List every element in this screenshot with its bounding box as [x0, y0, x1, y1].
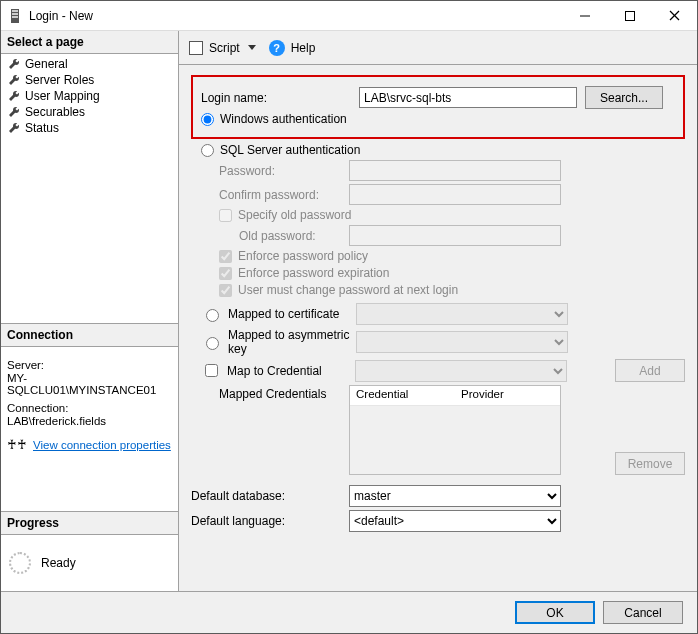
svg-rect-3: [12, 16, 18, 18]
progress-spinner-icon: [9, 552, 31, 574]
default-database-select[interactable]: master: [349, 485, 561, 507]
script-icon: [189, 41, 203, 55]
mapped-asym-label: Mapped to asymmetric key: [228, 328, 356, 356]
help-button[interactable]: Help: [291, 41, 316, 55]
password-input: [349, 160, 561, 181]
form-area: Login name: Search... Windows authentica…: [179, 65, 697, 591]
mapped-asym-select: [356, 331, 568, 353]
confirm-password-input: [349, 184, 561, 205]
wrench-icon: [7, 105, 21, 119]
windows-auth-radio[interactable]: [201, 113, 214, 126]
windows-auth-label: Windows authentication: [220, 112, 347, 126]
login-name-label: Login name:: [201, 91, 359, 105]
enforce-expiration-label: Enforce password expiration: [238, 266, 389, 280]
server-value: MY-SQLCLU01\MYINSTANCE01: [7, 372, 172, 396]
must-change-checkbox: [219, 284, 232, 297]
ok-button[interactable]: OK: [515, 601, 595, 624]
progress-status: Ready: [41, 556, 76, 570]
remove-button: Remove: [615, 452, 685, 475]
connection-label: Connection:: [7, 402, 172, 414]
confirm-password-label: Confirm password:: [191, 188, 349, 202]
page-securables[interactable]: Securables: [1, 104, 178, 120]
specify-old-password-label: Specify old password: [238, 208, 351, 222]
enforce-policy-checkbox: [219, 250, 232, 263]
wrench-icon: [7, 57, 21, 71]
maximize-button[interactable]: [607, 1, 652, 30]
page-status[interactable]: Status: [1, 120, 178, 136]
right-panel: Script ? Help Login name: Search...: [179, 31, 697, 591]
default-language-label: Default language:: [191, 514, 349, 528]
close-button[interactable]: [652, 1, 697, 30]
add-button: Add: [615, 359, 685, 382]
wrench-icon: [7, 73, 21, 87]
server-label: Server:: [7, 359, 172, 371]
map-credential-select: [355, 360, 567, 382]
mapped-cert-select: [356, 303, 568, 325]
mapped-cert-radio[interactable]: [206, 309, 219, 322]
must-change-label: User must change password at next login: [238, 283, 458, 297]
page-label: Securables: [25, 105, 85, 119]
svg-rect-5: [625, 11, 634, 20]
login-name-input[interactable]: [359, 87, 577, 108]
wrench-icon: [7, 89, 21, 103]
page-server-roles[interactable]: Server Roles: [1, 72, 178, 88]
highlight-box: Login name: Search... Windows authentica…: [191, 75, 685, 139]
app-icon: [9, 8, 23, 24]
login-new-dialog: Login - New Select a page General Server…: [0, 0, 698, 634]
sql-auth-label: SQL Server authentication: [220, 143, 360, 157]
default-language-select[interactable]: <default>: [349, 510, 561, 532]
search-button[interactable]: Search...: [585, 86, 663, 109]
pages-header: Select a page: [1, 31, 178, 54]
grid-col-provider: Provider: [455, 386, 560, 405]
page-list: General Server Roles User Mapping Secura…: [1, 54, 178, 324]
mapped-cert-label: Mapped to certificate: [228, 307, 356, 321]
wrench-icon: [7, 121, 21, 135]
mapped-asym-radio[interactable]: [206, 337, 219, 350]
left-panel: Select a page General Server Roles User …: [1, 31, 179, 591]
old-password-input: [349, 225, 561, 246]
dialog-footer: OK Cancel: [1, 591, 697, 633]
connection-header: Connection: [1, 324, 178, 347]
page-general[interactable]: General: [1, 56, 178, 72]
old-password-label: Old password:: [191, 229, 349, 243]
view-connection-properties-link[interactable]: View connection properties: [33, 439, 171, 451]
sql-auth-radio[interactable]: [201, 144, 214, 157]
default-database-label: Default database:: [191, 489, 349, 503]
password-label: Password:: [191, 164, 349, 178]
enforce-policy-label: Enforce password policy: [238, 249, 368, 263]
page-label: Server Roles: [25, 73, 94, 87]
chevron-down-icon[interactable]: [248, 45, 256, 50]
toolbar: Script ? Help: [179, 31, 697, 65]
page-label: General: [25, 57, 68, 71]
connection-value: LAB\frederick.fields: [7, 415, 172, 427]
enforce-expiration-checkbox: [219, 267, 232, 280]
specify-old-password-checkbox: [219, 209, 232, 222]
connection-body: Server: MY-SQLCLU01\MYINSTANCE01 Connect…: [1, 347, 178, 512]
svg-rect-1: [12, 10, 18, 12]
cancel-button[interactable]: Cancel: [603, 601, 683, 624]
map-credential-label: Map to Credential: [227, 364, 355, 378]
progress-header: Progress: [1, 512, 178, 535]
page-label: Status: [25, 121, 59, 135]
progress-body: Ready: [1, 535, 178, 591]
titlebar: Login - New: [1, 1, 697, 31]
minimize-button[interactable]: [562, 1, 607, 30]
network-icon: ♰♰: [7, 437, 27, 452]
mapped-credentials-label: Mapped Credentials: [191, 385, 349, 401]
svg-rect-2: [12, 13, 18, 15]
window-buttons: [562, 1, 697, 30]
grid-col-credential: Credential: [350, 386, 455, 405]
window-title: Login - New: [29, 9, 562, 23]
page-label: User Mapping: [25, 89, 100, 103]
map-credential-checkbox[interactable]: [205, 364, 218, 377]
mapped-credentials-grid: Credential Provider: [349, 385, 561, 475]
help-icon: ?: [269, 40, 285, 56]
page-user-mapping[interactable]: User Mapping: [1, 88, 178, 104]
grid-body: [350, 406, 560, 474]
script-button[interactable]: Script: [209, 41, 240, 55]
